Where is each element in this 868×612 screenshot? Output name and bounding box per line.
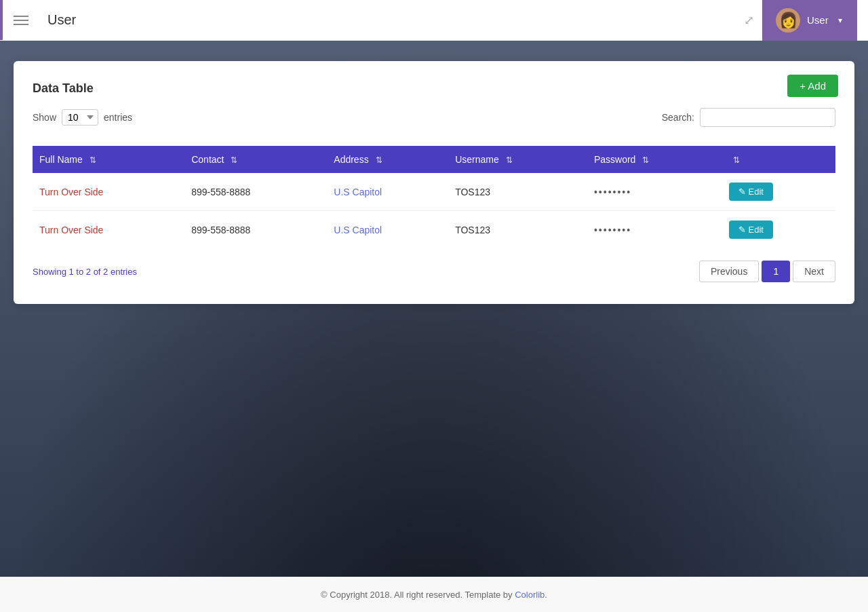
showing-of: of bbox=[91, 267, 103, 277]
chevron-down-icon: ▾ bbox=[838, 16, 842, 25]
col-address[interactable]: Address ⇅ bbox=[327, 146, 448, 173]
col-username[interactable]: Username ⇅ bbox=[448, 146, 587, 173]
next-button[interactable]: Next bbox=[793, 261, 835, 282]
sort-icon-address: ⇅ bbox=[376, 155, 382, 165]
copyright-text: © Copyright 2018. All right reserved. Te… bbox=[321, 590, 515, 600]
edit-icon-0: ✎ bbox=[738, 187, 746, 197]
showing-from: 1 bbox=[68, 267, 73, 277]
edit-button-0[interactable]: ✎ Edit bbox=[729, 183, 773, 201]
showing-to: 2 bbox=[86, 267, 91, 277]
edit-icon-1: ✎ bbox=[738, 225, 746, 235]
avatar: 👩 bbox=[776, 8, 800, 33]
search-input[interactable] bbox=[700, 108, 835, 127]
colorlib-link[interactable]: Colorlib bbox=[515, 590, 545, 600]
table-row: Turn Over Side 899-558-8888 U.S Capitol … bbox=[33, 211, 835, 249]
cell-username-0: TOS123 bbox=[448, 173, 587, 211]
table-row: Turn Over Side 899-558-8888 U.S Capitol … bbox=[33, 173, 835, 211]
showing-to-label: to bbox=[74, 267, 86, 277]
sort-icon-contact: ⇅ bbox=[231, 155, 237, 165]
col-password-label: Password bbox=[594, 154, 635, 165]
table-title: Data Table bbox=[33, 81, 835, 96]
edit-button-1[interactable]: ✎ Edit bbox=[729, 221, 773, 239]
cell-address-0: U.S Capitol bbox=[327, 173, 448, 211]
footer-suffix: . bbox=[545, 590, 547, 600]
col-password[interactable]: Password ⇅ bbox=[587, 146, 722, 173]
sort-icon-password: ⇅ bbox=[642, 155, 649, 165]
showing-prefix: Showing bbox=[33, 267, 68, 277]
col-username-label: Username bbox=[455, 154, 499, 165]
cell-password-0: •••••••• bbox=[587, 173, 722, 211]
data-card: + Add Data Table Show 10 25 50 100 entri… bbox=[14, 61, 854, 304]
cell-actions-0: ✎ Edit bbox=[722, 173, 835, 211]
add-button[interactable]: + Add bbox=[787, 75, 838, 97]
expand-icon[interactable]: ⤢ bbox=[744, 13, 754, 28]
col-actions: ⇅ bbox=[722, 146, 835, 173]
pagination: Previous 1 Next bbox=[699, 261, 835, 282]
avatar-emoji: 👩 bbox=[779, 13, 797, 28]
cell-contact-1: 899-558-8888 bbox=[184, 211, 327, 249]
showing-info: Showing 1 to 2 of 2 entries bbox=[33, 267, 137, 277]
show-entries-row: Show 10 25 50 100 entries bbox=[33, 109, 132, 126]
col-address-label: Address bbox=[334, 154, 368, 165]
user-label: User bbox=[807, 14, 829, 26]
user-menu[interactable]: 👩 User ▾ bbox=[762, 0, 857, 41]
col-fullname[interactable]: Full Name ⇅ bbox=[33, 146, 184, 173]
cell-username-1: TOS123 bbox=[448, 211, 587, 249]
data-table: Full Name ⇅ Contact ⇅ Address ⇅ Userna bbox=[33, 146, 835, 248]
cell-fullname-0: Turn Over Side bbox=[33, 173, 184, 211]
col-contact[interactable]: Contact ⇅ bbox=[184, 146, 327, 173]
cell-contact-0: 899-558-8888 bbox=[184, 173, 327, 211]
cell-fullname-1: Turn Over Side bbox=[33, 211, 184, 249]
sort-icon-actions: ⇅ bbox=[733, 155, 740, 165]
cell-address-1: U.S Capitol bbox=[327, 211, 448, 249]
page-1-button[interactable]: 1 bbox=[762, 261, 790, 282]
accent-bar bbox=[0, 0, 3, 40]
col-contact-label: Contact bbox=[191, 154, 224, 165]
search-label: Search: bbox=[662, 112, 694, 123]
previous-button[interactable]: Previous bbox=[699, 261, 759, 282]
top-navigation: User ⤢ 👩 User ▾ bbox=[0, 0, 868, 41]
cell-password-1: •••••••• bbox=[587, 211, 722, 249]
entries-select[interactable]: 10 25 50 100 bbox=[62, 109, 98, 126]
page-title: User bbox=[47, 12, 76, 28]
sort-icon-fullname: ⇅ bbox=[90, 155, 96, 165]
table-header-row: Full Name ⇅ Contact ⇅ Address ⇅ Userna bbox=[33, 146, 835, 173]
hamburger-menu[interactable] bbox=[11, 13, 31, 28]
search-row: Search: bbox=[662, 108, 835, 127]
nav-left: User bbox=[11, 12, 76, 28]
show-label: Show bbox=[33, 112, 56, 123]
controls-row: Show 10 25 50 100 entries Search: bbox=[33, 108, 835, 136]
main-background: + Add Data Table Show 10 25 50 100 entri… bbox=[0, 41, 868, 577]
bottom-row: Showing 1 to 2 of 2 entries Previous 1 N… bbox=[33, 248, 835, 282]
footer: © Copyright 2018. All right reserved. Te… bbox=[0, 577, 868, 612]
sort-icon-username: ⇅ bbox=[506, 155, 513, 165]
cell-actions-1: ✎ Edit bbox=[722, 211, 835, 249]
col-fullname-label: Full Name bbox=[39, 154, 83, 165]
showing-suffix: entries bbox=[108, 267, 137, 277]
entries-label: entries bbox=[104, 112, 132, 123]
